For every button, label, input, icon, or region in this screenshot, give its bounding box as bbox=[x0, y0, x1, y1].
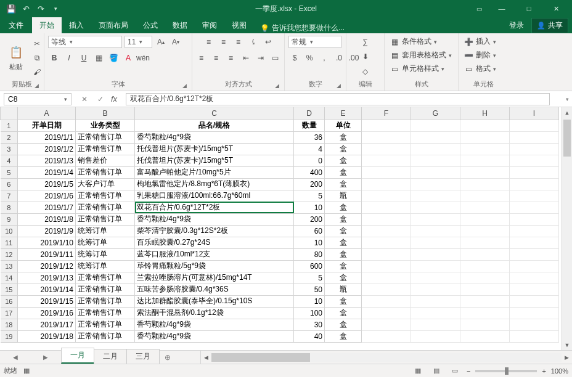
cell[interactable] bbox=[411, 237, 460, 248]
cell[interactable]: 富马酸卢帕他定片/10mg*5片 bbox=[135, 166, 294, 178]
cell[interactable]: 盒 bbox=[325, 155, 362, 166]
cell[interactable] bbox=[510, 225, 559, 237]
orientation-icon[interactable]: ⤹ bbox=[247, 36, 259, 48]
cell[interactable] bbox=[510, 272, 559, 284]
cell[interactable] bbox=[411, 190, 460, 202]
cell[interactable] bbox=[460, 202, 510, 213]
cell[interactable]: 200 bbox=[294, 213, 325, 225]
border-icon[interactable]: ▦ bbox=[92, 52, 105, 64]
formula-bar[interactable]: 双花百合片/0.6g*12T*2板 bbox=[126, 93, 550, 105]
cell[interactable]: 2019/1/7 bbox=[18, 202, 76, 213]
redo-icon[interactable]: ↷ bbox=[36, 4, 46, 14]
cell[interactable]: 2019/1/18 bbox=[18, 330, 76, 342]
align-top-icon[interactable]: ≡ bbox=[203, 36, 215, 48]
cell[interactable]: 100 bbox=[294, 307, 325, 319]
cell[interactable]: 枸地氯雷他定片/8.8mg*6T(薄膜衣) bbox=[135, 178, 294, 190]
cell[interactable]: 盒 bbox=[325, 225, 362, 237]
column-header[interactable]: D bbox=[294, 107, 325, 120]
cell[interactable] bbox=[362, 166, 411, 178]
sheet-tab-nav[interactable]: ◀ ▶ bbox=[0, 351, 62, 364]
cell[interactable] bbox=[460, 178, 510, 190]
cell[interactable]: 盒 bbox=[325, 319, 362, 330]
cell[interactable] bbox=[460, 237, 510, 248]
cell[interactable]: 正常销售订单 bbox=[76, 143, 135, 155]
cell[interactable] bbox=[362, 272, 411, 284]
cell[interactable] bbox=[411, 330, 460, 342]
column-header[interactable]: G bbox=[411, 107, 460, 120]
cell[interactable] bbox=[460, 248, 510, 260]
cell[interactable] bbox=[411, 131, 460, 143]
cell[interactable]: 600 bbox=[294, 260, 325, 272]
cell[interactable] bbox=[510, 178, 559, 190]
clear-icon[interactable]: ◇ bbox=[359, 65, 372, 78]
tab-nav-next-icon[interactable]: ▶ bbox=[43, 354, 48, 361]
cell[interactable]: 兰索拉唑肠溶片(可意林)/15mg*14T bbox=[135, 272, 294, 284]
cell[interactable]: 正常销售订单 bbox=[76, 330, 135, 342]
font-color-icon[interactable]: A bbox=[122, 52, 134, 64]
cell[interactable]: 统筹订单 bbox=[76, 260, 135, 272]
confirm-edit-icon[interactable]: ✓ bbox=[94, 93, 107, 105]
row-header[interactable]: 10 bbox=[1, 225, 18, 237]
cell[interactable]: 托伐普坦片(苏麦卡)/15mg*5T bbox=[135, 143, 294, 155]
scroll-right-icon[interactable]: ▶ bbox=[562, 351, 572, 364]
cell[interactable] bbox=[510, 143, 559, 155]
tell-me[interactable]: 💡 告诉我您想要做什么... bbox=[260, 23, 345, 33]
cell[interactable]: 瓶 bbox=[325, 284, 362, 295]
cell[interactable] bbox=[460, 143, 510, 155]
row-header[interactable]: 16 bbox=[1, 295, 18, 307]
decrease-indent-icon[interactable]: ⇤ bbox=[240, 52, 252, 64]
cell[interactable]: 盒 bbox=[325, 330, 362, 342]
cell[interactable] bbox=[362, 213, 411, 225]
italic-icon[interactable]: I bbox=[63, 52, 75, 64]
row-header[interactable]: 9 bbox=[1, 213, 18, 225]
cell[interactable] bbox=[510, 120, 559, 131]
dialog-launcher-icon[interactable]: ◢ bbox=[335, 82, 342, 89]
cell[interactable]: 正常销售订单 bbox=[76, 272, 135, 284]
align-middle-icon[interactable]: ≡ bbox=[218, 36, 230, 48]
format-painter-icon[interactable]: 🖌 bbox=[31, 66, 43, 78]
cell[interactable] bbox=[460, 307, 510, 319]
column-header[interactable]: I bbox=[510, 107, 559, 120]
insert-cells[interactable]: ➕插入▾ bbox=[462, 36, 497, 47]
column-header[interactable]: E bbox=[325, 107, 362, 120]
cell[interactable] bbox=[510, 260, 559, 272]
cell[interactable]: 双花百合片/0.6g*12T*2板 bbox=[135, 202, 294, 213]
cell[interactable] bbox=[510, 295, 559, 307]
cell[interactable] bbox=[510, 284, 559, 295]
cell[interactable] bbox=[362, 225, 411, 237]
ribbon-tab[interactable]: 开始 bbox=[32, 17, 62, 33]
accounting-icon[interactable]: $ bbox=[288, 52, 301, 64]
cell[interactable] bbox=[362, 319, 411, 330]
dialog-launcher-icon[interactable]: ◢ bbox=[181, 82, 188, 89]
cell[interactable]: 正常销售订单 bbox=[76, 284, 135, 295]
ribbon-tab[interactable]: 视图 bbox=[224, 17, 254, 33]
share-button[interactable]: 👤 共享 bbox=[531, 18, 568, 33]
merge-icon[interactable]: ▭ bbox=[269, 52, 282, 64]
cell[interactable] bbox=[411, 248, 460, 260]
cell[interactable]: 盒 bbox=[325, 272, 362, 284]
cell[interactable]: 40 bbox=[294, 330, 325, 342]
cell[interactable] bbox=[510, 307, 559, 319]
cut-icon[interactable]: ✂ bbox=[31, 38, 43, 50]
cell[interactable] bbox=[362, 178, 411, 190]
cell[interactable] bbox=[510, 319, 559, 330]
zoom-in-icon[interactable]: + bbox=[542, 367, 545, 375]
column-header[interactable]: H bbox=[460, 107, 510, 120]
cell[interactable] bbox=[510, 202, 559, 213]
minimize-button[interactable]: — bbox=[488, 0, 515, 17]
cell[interactable]: 正常销售订单 bbox=[76, 213, 135, 225]
decrease-font-icon[interactable]: A▾ bbox=[170, 36, 182, 48]
sheet-table[interactable]: ABCDEFGHI 1开单日期业务类型品名/规格数量单位22019/1/1正常销… bbox=[0, 107, 559, 343]
normal-view-icon[interactable]: ▦ bbox=[411, 366, 425, 376]
paste-button[interactable]: 📋 粘贴 bbox=[4, 43, 28, 73]
row-header[interactable]: 7 bbox=[1, 190, 18, 202]
conditional-formatting[interactable]: ▦条件格式▾ bbox=[388, 36, 438, 47]
phonetic-icon[interactable]: wén bbox=[137, 52, 149, 64]
cell[interactable]: 盒 bbox=[325, 131, 362, 143]
cell[interactable] bbox=[411, 295, 460, 307]
hscroll-thumb[interactable] bbox=[211, 353, 310, 362]
undo-icon[interactable]: ↶ bbox=[21, 4, 31, 14]
delete-cells[interactable]: ➖删除▾ bbox=[462, 49, 497, 61]
cell[interactable]: 柴芩清宁胶囊/0.3g*12S*2板 bbox=[135, 225, 294, 237]
cell[interactable]: 业务类型 bbox=[76, 120, 135, 131]
